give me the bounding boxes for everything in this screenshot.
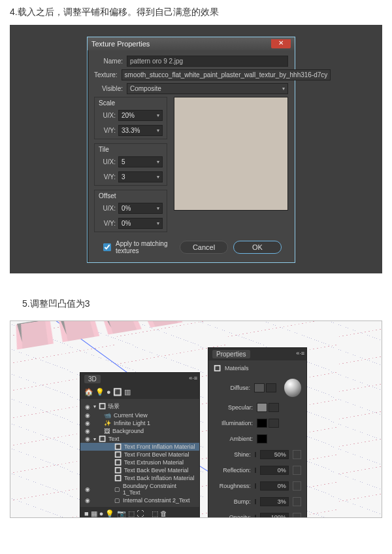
visible-select[interactable]: Composite ▾ xyxy=(127,83,288,94)
tree-row[interactable]: ◉▢ Internal Constraint 2_Text xyxy=(80,496,199,504)
bump-prop[interactable]: Bump:3% xyxy=(208,494,306,510)
name-field[interactable]: pattern oro 9 2.jpg xyxy=(127,56,288,67)
properties-panel: «·≡ Properties 🔳Materials Diffuse: Specu… xyxy=(208,347,307,518)
tree-row[interactable]: ◉▾🔳 场景 xyxy=(80,402,199,411)
3d-scene-tree: ◉▾🔳 场景 ◉📹 Current View ◉✨ Infinite Light… xyxy=(80,399,199,507)
apply-matching-checkbox[interactable]: Apply to matching textures xyxy=(101,240,174,254)
panel-menu-icon[interactable]: «·≡ xyxy=(296,350,304,356)
close-icon[interactable]: ✕ xyxy=(271,39,291,48)
3d-filter-bar[interactable]: 🏠 💡 ● 🔳 ▥ xyxy=(80,385,199,399)
opacity-prop[interactable]: Opacity:100% xyxy=(208,510,306,518)
3d-text-object[interactable]: PAPER xyxy=(10,320,224,346)
reflection-prop[interactable]: Reflection:0% xyxy=(208,462,306,478)
tree-row[interactable]: ◉📹 Current View xyxy=(80,411,199,419)
tab-3d[interactable]: 3D xyxy=(84,375,101,383)
scale-group: Scale U/X: 20%▾ V/Y: 33.3%▾ xyxy=(94,97,167,139)
scale-vy-input[interactable]: 33.3%▾ xyxy=(118,125,163,136)
tree-row[interactable]: 🔳 Text Front Bevel Material xyxy=(80,451,199,459)
panel-menu-icon[interactable]: «·≡ xyxy=(189,375,197,381)
texture-label: Texture: xyxy=(94,71,118,78)
tile-group: Tile U/X: 5▾ V/Y: 3▾ xyxy=(94,143,167,186)
screenshot-2: PAPER «·≡ 3D 🏠 💡 ● 🔳 ▥ ◉▾🔳 场景 ◉📹 Current… xyxy=(10,320,382,518)
dialog-titlebar: Texture Properties ✕ xyxy=(88,37,295,50)
tree-row[interactable]: 🔳 Text Extrusion Material xyxy=(80,459,199,466)
ok-button[interactable]: OK xyxy=(233,241,282,254)
tree-row[interactable]: ◉▢ Boundary Constraint 1_Text xyxy=(80,482,199,496)
tree-row[interactable]: 🔳 Text Back Bevel Material xyxy=(80,466,199,474)
3d-bottom-toolbar[interactable]: ■ ▦ ● 💡 📷 ⬚ ⛶ ⬚ 🗑 xyxy=(80,507,199,518)
visible-label: Visible: xyxy=(94,85,123,92)
offset-vy-input[interactable]: 0%▾ xyxy=(118,218,163,229)
tree-row[interactable]: ◉▾🔳 Text xyxy=(80,435,199,443)
tile-ux-input[interactable]: 5▾ xyxy=(118,156,163,167)
offset-ux-input[interactable]: 0%▾ xyxy=(118,203,163,214)
tree-row[interactable]: ◉✨ Infinite Light 1 xyxy=(80,419,199,427)
step4-caption: 4.载入之后，调整平铺和偏移。得到自己满意的效果 xyxy=(0,0,392,22)
scale-ux-input[interactable]: 20%▾ xyxy=(118,110,163,121)
tree-row[interactable]: ◉🖼 Background xyxy=(80,427,199,435)
tile-vy-input[interactable]: 3▾ xyxy=(118,171,163,182)
roughness-prop[interactable]: Roughness:0% xyxy=(208,478,306,494)
cancel-button[interactable]: Cancel xyxy=(180,241,228,254)
material-preview-sphere[interactable] xyxy=(284,379,301,397)
materials-label: Materials xyxy=(225,365,249,372)
texture-properties-dialog: Texture Properties ✕ Name: pattern oro 9… xyxy=(87,37,295,263)
tree-row-selected[interactable]: 🔳 Text Front Inflation Material xyxy=(80,443,199,451)
chevron-down-icon: ▾ xyxy=(282,86,285,92)
3d-panel: «·≡ 3D 🏠 💡 ● 🔳 ▥ ◉▾🔳 场景 ◉📹 Current View … xyxy=(80,372,200,518)
tree-row[interactable]: 🔳 Text Back Inflation Material xyxy=(80,474,199,482)
tab-properties[interactable]: Properties xyxy=(212,350,250,358)
texture-preview xyxy=(174,97,288,211)
offset-group: Offset U/X: 0%▾ V/Y: 0%▾ xyxy=(94,190,167,232)
screenshot-1: Texture Properties ✕ Name: pattern oro 9… xyxy=(10,25,382,273)
texture-select[interactable]: smooth_stucco_flat_white_paint_plaster_w… xyxy=(122,69,331,80)
shine-prop[interactable]: Shine:50% xyxy=(208,447,306,462)
dialog-title: Texture Properties xyxy=(91,40,150,48)
step5-caption: 5.调整凹凸值为3 xyxy=(0,293,392,314)
name-label: Name: xyxy=(94,58,123,65)
